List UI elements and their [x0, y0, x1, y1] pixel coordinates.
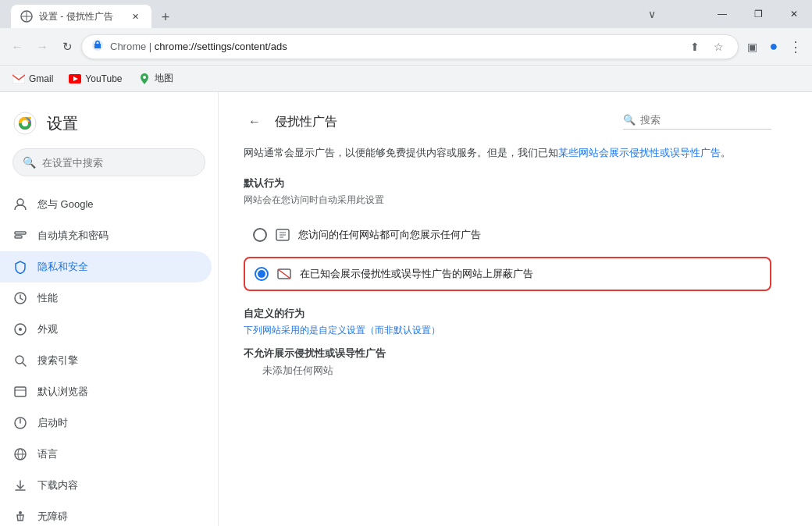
address-actions: ⬆ ☆: [685, 37, 728, 57]
address-bar[interactable]: Chrome | chrome://settings/content/ads ⬆…: [81, 34, 739, 59]
sidebar-item-downloads[interactable]: 下载内容: [0, 470, 212, 501]
google-chrome-icon: [12, 111, 37, 136]
sidebar-item-search[interactable]: 搜索引擎: [0, 345, 212, 376]
svg-point-27: [19, 511, 22, 514]
default-behavior-label: 默认行为: [244, 176, 771, 190]
svg-point-9: [22, 120, 28, 126]
svg-point-7: [143, 76, 146, 79]
forward-button[interactable]: →: [31, 36, 53, 58]
page-header: ← 侵扰性广告 🔍: [244, 111, 771, 133]
sidebar-item-accessibility-label: 无障碍: [37, 510, 68, 524]
active-tab[interactable]: 设置 - 侵扰性广告 ✕: [11, 5, 151, 28]
main-area: 设置 🔍 您与 Google 自动填充和密码 隐私和安全: [0, 92, 812, 526]
sidebar-item-search-label: 搜索引擎: [37, 354, 78, 368]
svg-rect-4: [12, 74, 25, 84]
sidebar-item-performance-label: 性能: [37, 291, 58, 305]
page-search-box[interactable]: 🔍: [623, 114, 771, 130]
sidebar-item-appearance[interactable]: 外观: [0, 314, 212, 345]
sidebar-item-language[interactable]: 语言: [0, 439, 212, 470]
svg-line-17: [23, 363, 26, 366]
close-button[interactable]: ✕: [776, 0, 812, 28]
svg-line-35: [278, 269, 290, 279]
sidebar-search-box[interactable]: 🔍: [12, 148, 205, 176]
sidebar-item-autofill-label: 自动填充和密码: [37, 229, 109, 243]
page-search-icon: 🔍: [623, 114, 636, 126]
youtube-favicon: [69, 73, 81, 85]
more-menu-icon[interactable]: ⋮: [785, 37, 806, 57]
titlebar: 设置 - 侵扰性广告 ✕ + ∨ — ❐ ✕: [0, 0, 812, 28]
sidebar-item-appearance-label: 外观: [37, 322, 58, 336]
tab-bar: 设置 - 侵扰性广告 ✕ +: [6, 0, 176, 28]
downloads-nav-icon: [12, 478, 28, 493]
new-tab-button[interactable]: +: [155, 6, 176, 28]
chrome-label: Chrome: [110, 41, 146, 52]
url-prefix: Chrome | chrome://settings/content/ads: [110, 41, 678, 52]
sidebar-item-startup[interactable]: 启动时: [0, 407, 212, 439]
youtube-label: YouTube: [85, 73, 122, 84]
split-screen-icon[interactable]: ▣: [742, 37, 762, 57]
profile-icon[interactable]: ●: [764, 37, 784, 57]
lock-icon: [91, 39, 104, 54]
sidebar-search-input[interactable]: [42, 157, 195, 169]
bookmark-youtube[interactable]: YouTube: [62, 69, 128, 88]
sidebar-search-icon: 🔍: [23, 156, 36, 169]
performance-nav-icon: [12, 290, 28, 306]
page-description: 网站通常会显示广告，以便能够免费提供内容或服务。但是，我们已知某些网站会展示侵扰…: [244, 145, 771, 161]
sidebar: 设置 🔍 您与 Google 自动填充和密码 隐私和安全: [0, 92, 219, 526]
sidebar-item-google[interactable]: 您与 Google: [0, 189, 212, 220]
appearance-nav-icon: [12, 322, 28, 337]
content-inner: ← 侵扰性广告 🔍 网站通常会显示广告，以便能够免费提供内容或服务。但是，我们已…: [219, 92, 796, 396]
no-sites-text: 未添加任何网站: [262, 364, 771, 378]
default-behavior-sublabel: 网站会在您访问时自动采用此设置: [244, 194, 771, 207]
svg-point-15: [19, 328, 22, 331]
maps-label: 地图: [155, 72, 173, 85]
custom-section-sublabel[interactable]: 下列网站采用的是自定义设置（而非默认设置）: [244, 324, 771, 337]
page-back-button[interactable]: ←: [244, 111, 265, 133]
sidebar-item-startup-label: 启动时: [37, 416, 68, 430]
sidebar-item-downloads-label: 下载内容: [37, 478, 78, 492]
tab-close-button[interactable]: ✕: [128, 9, 142, 23]
startup-nav-icon: [12, 415, 28, 431]
description-link[interactable]: 某些网站会展示侵扰性或误导性广告: [558, 147, 721, 158]
sidebar-item-privacy[interactable]: 隐私和安全: [0, 251, 212, 283]
bookmark-maps[interactable]: 地图: [132, 69, 180, 88]
bookmarks-bar: Gmail YouTube 地图: [0, 66, 812, 92]
option-block-intrusive[interactable]: 在已知会展示侵扰性或误导性广告的网站上屏蔽广告: [244, 257, 771, 291]
svg-point-10: [17, 199, 23, 205]
chevron-down-icon: ∨: [648, 8, 656, 20]
sidebar-item-google-label: 您与 Google: [37, 197, 94, 211]
sidebar-item-accessibility[interactable]: 无障碍: [0, 501, 212, 526]
share-icon[interactable]: ⬆: [685, 37, 705, 57]
maps-favicon: [138, 73, 151, 85]
star-icon[interactable]: ☆: [708, 37, 728, 57]
custom-section: 自定义的行为 下列网站采用的是自定义设置（而非默认设置） 不允许展示侵扰性或误导…: [244, 307, 771, 378]
svg-rect-12: [15, 236, 22, 238]
toolbar-right: ▣ ● ⋮: [742, 37, 806, 57]
sidebar-item-browser[interactable]: 默认浏览器: [0, 376, 212, 407]
addressbar-row: ← → ↻ Chrome | chrome://settings/content…: [0, 28, 812, 66]
sidebar-item-language-label: 语言: [37, 447, 58, 461]
tab-chevrons: ∨: [648, 8, 656, 20]
svg-rect-11: [15, 232, 26, 234]
google-nav-icon: [12, 197, 28, 212]
allow-ads-icon: [275, 227, 290, 243]
maximize-button[interactable]: ❐: [740, 0, 776, 28]
browser-nav-icon: [12, 384, 28, 400]
radio-block-intrusive: [255, 267, 269, 281]
bookmark-gmail[interactable]: Gmail: [6, 69, 59, 88]
sidebar-item-autofill[interactable]: 自动填充和密码: [0, 220, 212, 251]
sidebar-item-performance[interactable]: 性能: [0, 283, 212, 314]
option-allow-all[interactable]: 您访问的任何网站都可向您展示任何广告: [244, 219, 771, 251]
tab-favicon: [20, 10, 33, 23]
page-title: 侵扰性广告: [275, 114, 614, 130]
search-nav-icon: [12, 353, 28, 368]
page-search-input[interactable]: [640, 114, 771, 126]
description-text-before: 网站通常会显示广告，以便能够免费提供内容或服务。但是，我们已知: [244, 147, 558, 158]
block-ads-icon: [276, 266, 292, 282]
minimize-button[interactable]: —: [704, 0, 740, 28]
back-button[interactable]: ←: [6, 36, 28, 58]
sidebar-item-browser-label: 默认浏览器: [37, 385, 88, 399]
reload-button[interactable]: ↻: [56, 36, 78, 58]
accessibility-nav-icon: [12, 509, 28, 524]
option-block-intrusive-text: 在已知会展示侵扰性或误导性广告的网站上屏蔽广告: [300, 267, 533, 281]
